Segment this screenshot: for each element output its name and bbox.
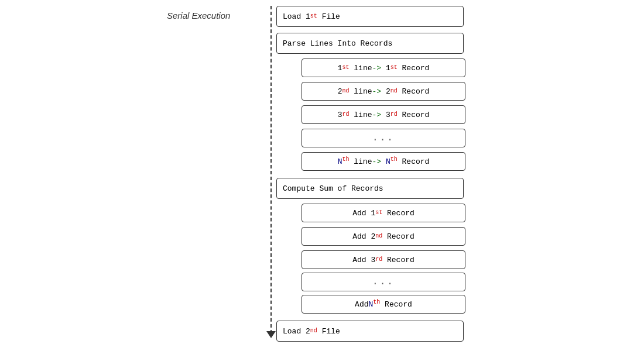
add-record-N-box: Add Nth Record	[302, 295, 465, 314]
add-record-1-box: Add 1st Record	[302, 204, 465, 222]
add-record-2-box: Add 2nd Record	[302, 227, 465, 246]
lineN-recordN-box: Nth line -> Nth Record	[302, 152, 465, 171]
timeline-arrow	[266, 331, 276, 338]
line1-record1-box: 1st line -> 1st Record	[302, 58, 465, 77]
parse-lines-box: Parse Lines Into Records	[276, 33, 464, 54]
line3-record3-box: 3rd line -> 3rd Record	[302, 105, 465, 124]
line2-record2-box: 2nd line -> 2nd Record	[302, 82, 465, 101]
serial-execution-label: Serial Execution	[167, 11, 230, 20]
timeline-line	[270, 6, 272, 333]
dots1-box: ...	[302, 129, 465, 147]
dots2-box: ...	[302, 273, 465, 291]
load-file-2-box: Load 2nd File	[276, 321, 464, 342]
compute-sum-box: Compute Sum of Records	[276, 178, 464, 199]
add-record-3-box: Add 3rd Record	[302, 250, 465, 269]
diagram-container: Serial Execution Load 1st File Parse Lin…	[0, 0, 644, 351]
load-file-1-box: Load 1st File	[276, 6, 464, 27]
